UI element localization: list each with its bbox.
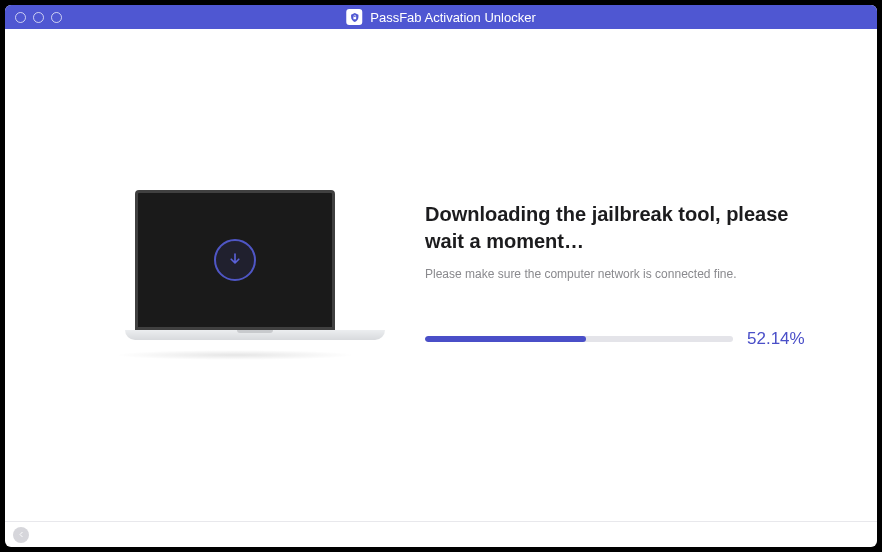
download-icon bbox=[214, 239, 256, 281]
svg-rect-0 bbox=[353, 17, 356, 19]
window-controls bbox=[5, 12, 62, 23]
maximize-window-button[interactable] bbox=[51, 12, 62, 23]
app-title: PassFab Activation Unlocker bbox=[370, 10, 535, 25]
info-panel: Downloading the jailbreak tool, please w… bbox=[405, 201, 847, 349]
laptop-graphic bbox=[125, 190, 345, 340]
progress-percent-label: 52.14% bbox=[747, 329, 807, 349]
content-area: Downloading the jailbreak tool, please w… bbox=[5, 29, 877, 521]
laptop-shadow bbox=[115, 350, 355, 360]
progress-row: 52.14% bbox=[425, 329, 807, 349]
progress-fill bbox=[425, 336, 586, 342]
app-logo-icon bbox=[346, 9, 362, 25]
progress-bar bbox=[425, 336, 733, 342]
laptop-screen bbox=[135, 190, 335, 330]
title-center: PassFab Activation Unlocker bbox=[346, 9, 535, 25]
back-button[interactable] bbox=[13, 527, 29, 543]
footer-bar bbox=[5, 521, 877, 547]
close-window-button[interactable] bbox=[15, 12, 26, 23]
minimize-window-button[interactable] bbox=[33, 12, 44, 23]
laptop-base bbox=[125, 330, 385, 340]
status-subtext: Please make sure the computer network is… bbox=[425, 267, 807, 281]
laptop-illustration bbox=[65, 190, 405, 360]
status-heading: Downloading the jailbreak tool, please w… bbox=[425, 201, 807, 255]
app-window: PassFab Activation Unlocker Downloading … bbox=[5, 5, 877, 547]
titlebar: PassFab Activation Unlocker bbox=[5, 5, 877, 29]
